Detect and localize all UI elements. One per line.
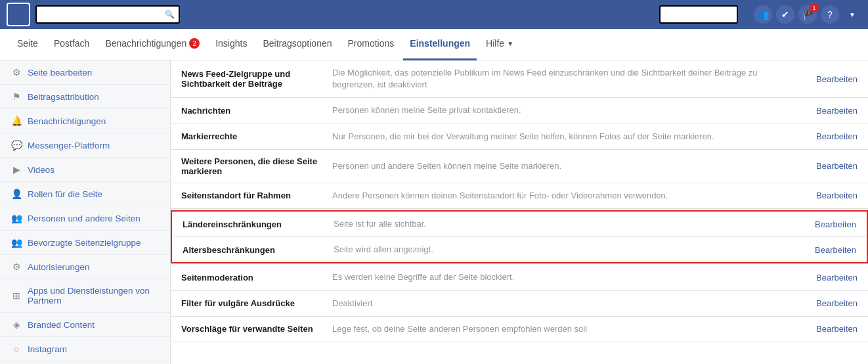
search-icon: 🔍 bbox=[165, 10, 175, 19]
sidebar-icon: ⚑ bbox=[11, 91, 22, 102]
sidebar-item-label: Seite bearbeiten bbox=[28, 68, 92, 78]
search-input[interactable] bbox=[41, 10, 162, 20]
top-navigation: 🔍 👥 ✔ 🏴 1 ? ▼ bbox=[0, 0, 868, 29]
sidebar-item-seite-bearbeiten[interactable]: ⚙Seite bearbeiten bbox=[0, 60, 170, 85]
settings-row: Vorschläge für verwandte SeitenLege fest… bbox=[171, 317, 868, 342]
settings-row: Seitenstandort für RahmenAndere Personen… bbox=[171, 183, 868, 209]
sidebar-item-label: Bevorzugte Seitenzielgruppe bbox=[28, 238, 141, 248]
sidebar-item-personen-und-andere-seiten[interactable]: 👥Personen und andere Seiten bbox=[0, 206, 170, 231]
chevron-down-icon: ▼ bbox=[507, 40, 513, 47]
settings-row-label: Markierrechte bbox=[181, 131, 326, 141]
settings-row-description: Seite ist für alle sichtbar. bbox=[334, 218, 791, 230]
subnav-item-postfach[interactable]: Postfach bbox=[47, 29, 96, 60]
settings-row: MarkierrechteNur Personen, die mir bei d… bbox=[171, 124, 868, 150]
chevron-down-icon: ▼ bbox=[849, 11, 856, 18]
dropdown-icon-button[interactable]: ▼ bbox=[843, 5, 861, 24]
sidebar-item-benachrichtigungen[interactable]: 🔔Benachrichtigungen bbox=[0, 109, 170, 133]
settings-row-label: Seitenstandort für Rahmen bbox=[181, 191, 326, 200]
friends-icon: 👥 bbox=[758, 9, 769, 20]
settings-row: SeitenmoderationEs werden keine Begriffe… bbox=[171, 265, 868, 290]
subnav-item-promotions[interactable]: Promotions bbox=[341, 29, 401, 60]
messages-icon: ✔ bbox=[781, 9, 789, 20]
sidebar-item-label: Personen und andere Seiten bbox=[28, 214, 141, 223]
sidebar-item-label: Apps und Dienstleistungen von Partnern bbox=[28, 286, 160, 306]
settings-row: AltersbeschränkungenSeite wird allen ang… bbox=[172, 237, 867, 262]
settings-row-description: Personen können meine Seite privat konta… bbox=[332, 104, 792, 116]
sidebar-icon: ⚙ bbox=[11, 67, 22, 78]
sidebar-icon: 🔔 bbox=[11, 116, 22, 126]
sidebar-icon: ▶ bbox=[11, 164, 22, 175]
settings-content: News Feed-Zielgruppe und Sichtbarkeit de… bbox=[171, 60, 868, 364]
sidebar-item-label: Benachrichtigungen bbox=[28, 116, 106, 126]
highlighted-settings-group: LändereinschränkungenSeite ist für alle … bbox=[171, 210, 868, 263]
sidebar-item-label: Instagram bbox=[28, 344, 67, 354]
sidebar-icon: 👥 bbox=[11, 237, 22, 248]
settings-row: LändereinschränkungenSeite ist für alle … bbox=[172, 212, 867, 237]
sidebar-icon: ⊞ bbox=[11, 290, 22, 301]
settings-row-edit-button[interactable]: Bearbeiten bbox=[798, 273, 857, 283]
notifications-badge: 1 bbox=[810, 3, 819, 12]
settings-row-description: Andere Personen können deinen Seitenstan… bbox=[332, 190, 792, 202]
settings-row-description: Personen und andere Seiten können meine … bbox=[332, 160, 792, 172]
subnav-item-einstellungen[interactable]: Einstellungen bbox=[403, 29, 477, 60]
sidebar-item-label: Messenger-Plattform bbox=[28, 141, 110, 150]
sidebar-icon: 👤 bbox=[11, 189, 22, 199]
settings-row: Weitere Personen, die diese Seite markie… bbox=[171, 150, 868, 183]
settings-row-label: Weitere Personen, die diese Seite markie… bbox=[181, 156, 326, 176]
settings-row-edit-button[interactable]: Bearbeiten bbox=[798, 131, 857, 141]
help-icon-button[interactable]: ? bbox=[821, 5, 839, 24]
settings-row-edit-button[interactable]: Bearbeiten bbox=[798, 324, 857, 334]
question-icon: ? bbox=[827, 9, 833, 20]
messages-icon-button[interactable]: ✔ bbox=[776, 5, 794, 24]
sidebar-item-beitragsattribution[interactable]: ⚑Beitragsattribution bbox=[0, 85, 170, 109]
settings-row-edit-button[interactable]: Bearbeiten bbox=[798, 161, 857, 171]
subnav-item-insights[interactable]: Insights bbox=[209, 29, 253, 60]
sidebar-icon: 👥 bbox=[11, 213, 22, 223]
sidebar-icon: 💬 bbox=[11, 140, 22, 150]
sub-navigation: SeitePostfachBenachrichtigungen2Insights… bbox=[0, 29, 868, 60]
settings-row: News Feed-Zielgruppe und Sichtbarkeit de… bbox=[171, 60, 868, 98]
subnav-item-beitragsoptionen[interactable]: Beitragsoptionen bbox=[256, 29, 338, 60]
sidebar-icon: ◈ bbox=[11, 319, 22, 330]
settings-row-edit-button[interactable]: Bearbeiten bbox=[797, 219, 856, 229]
sidebar-item-autorisierungen[interactable]: ⚙Autorisierungen bbox=[0, 255, 170, 279]
sidebar-icon: ⚙ bbox=[11, 262, 22, 272]
sidebar-item-label: Autorisierungen bbox=[28, 262, 90, 272]
settings-row-label: Altersbeschränkungen bbox=[183, 245, 327, 255]
settings-row-label: Seitenmoderation bbox=[181, 273, 326, 283]
sidebar-item-messenger-plattform[interactable]: 💬Messenger-Plattform bbox=[0, 133, 170, 158]
sidebar-icon: ○ bbox=[11, 344, 22, 354]
sidebar-item-branded-content[interactable]: ◈Branded Content bbox=[0, 313, 170, 337]
nav-right-input[interactable] bbox=[659, 5, 738, 24]
subnav-item-seite[interactable]: Seite bbox=[11, 29, 45, 60]
notifications-icon-button[interactable]: 🏴 1 bbox=[798, 5, 817, 24]
settings-row-edit-button[interactable]: Bearbeiten bbox=[798, 191, 857, 200]
sidebar-item-bevorzugte-seitenzielgruppe[interactable]: 👥Bevorzugte Seitenzielgruppe bbox=[0, 231, 170, 255]
settings-row-edit-button[interactable]: Bearbeiten bbox=[798, 74, 857, 84]
sidebar-item-videos[interactable]: ▶Videos bbox=[0, 158, 170, 182]
main-layout: ⚙Seite bearbeiten⚑Beitragsattribution🔔Be… bbox=[0, 60, 868, 364]
settings-row-description: Die Möglichkeit, das potenzielle Publiku… bbox=[332, 67, 792, 91]
settings-row-description: Seite wird allen angezeigt. bbox=[334, 244, 791, 256]
friends-icon-button[interactable]: 👥 bbox=[754, 5, 772, 24]
subnav-item-benachrichtigungen[interactable]: Benachrichtigungen2 bbox=[98, 29, 206, 60]
settings-row-description: Lege fest, ob deine Seite anderen Person… bbox=[332, 323, 792, 335]
settings-row-label: Vorschläge für verwandte Seiten bbox=[181, 324, 326, 334]
sidebar: ⚙Seite bearbeiten⚑Beitragsattribution🔔Be… bbox=[0, 60, 171, 364]
settings-row-label: Nachrichten bbox=[181, 106, 326, 116]
sidebar-item-apps-und-dienstleistungen-von-partnern[interactable]: ⊞Apps und Dienstleistungen von Partnern bbox=[0, 279, 170, 313]
sidebar-item-instagram[interactable]: ○Instagram bbox=[0, 337, 170, 361]
sidebar-item-rollen-fxr-die-seite[interactable]: 👤Rollen für die Seite bbox=[0, 182, 170, 206]
settings-row-edit-button[interactable]: Bearbeiten bbox=[798, 106, 857, 116]
settings-row-label: News Feed-Zielgruppe und Sichtbarkeit de… bbox=[181, 69, 326, 89]
subnav-item-hilfe[interactable]: Hilfe ▼ bbox=[479, 29, 520, 60]
sidebar-item-label: Videos bbox=[28, 165, 54, 175]
search-bar[interactable]: 🔍 bbox=[35, 5, 180, 24]
facebook-logo bbox=[7, 3, 30, 26]
settings-row: Filter für vulgäre AusdrückeDeaktiviertB… bbox=[171, 291, 868, 317]
settings-row-edit-button[interactable]: Bearbeiten bbox=[797, 245, 856, 255]
settings-row-edit-button[interactable]: Bearbeiten bbox=[798, 298, 857, 308]
nav-icons: 👥 ✔ 🏴 1 ? ▼ bbox=[754, 5, 861, 24]
sidebar-item-label: Beitragsattribution bbox=[28, 92, 99, 102]
subnav-badge: 2 bbox=[189, 38, 200, 49]
